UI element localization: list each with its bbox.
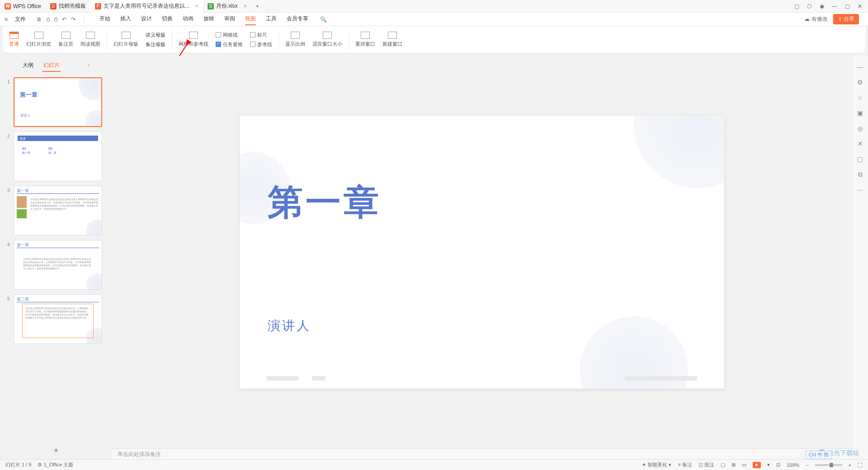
new-window[interactable]: 新建窗口 [382,32,402,47]
ai-beautify[interactable]: ✦ 智能美化 ▾ [642,461,671,468]
tab-view[interactable]: 视图 [245,13,256,25]
add-slide-button[interactable]: + [0,442,112,459]
close-button[interactable]: ✕ [856,3,863,9]
slides-tab[interactable]: 幻灯片 [42,60,61,72]
zoom-value[interactable]: 109% [787,462,799,468]
tab-wps-office[interactable]: W WPS Office [0,0,46,13]
fit-icon[interactable]: ⊡ [776,462,780,468]
zoom-ratio[interactable]: 显示比例 [285,32,305,47]
slideshow-button[interactable]: ▶ [753,462,761,468]
tab-transition[interactable]: 切换 [162,13,173,25]
notes-master[interactable]: 备注母版 [146,41,165,48]
slide-title[interactable]: 第一章 [268,179,382,226]
comments-toggle[interactable]: ◫ 批注 [698,461,714,468]
window-controls: ▢ ⬡ ◉ — ▢ ✕ [793,3,868,9]
arrange-windows[interactable]: 重排窗口 [355,32,375,47]
close-icon[interactable]: × [195,3,198,9]
thumbnail-5[interactable]: 第二章 文字是人类用符号记录表达信息以记录表达的工具，人类发明文字以后产生历史，… [14,294,102,344]
tools-icon[interactable]: ✕ [858,140,863,147]
outline-tab[interactable]: 大纲 [22,60,34,72]
wps-icon: W [5,3,11,9]
share-button[interactable]: ⇪ 分享 [833,14,859,24]
view-normal[interactable]: 普通 [9,32,19,47]
view-notes[interactable]: 备注页 [58,32,73,47]
settings-icon[interactable]: ⚙ [857,79,863,86]
link-icon[interactable]: ⧉ [858,171,863,179]
save-icon[interactable]: 🗎 [37,16,42,23]
tab-start[interactable]: 开始 [99,13,110,25]
slide-subtitle[interactable]: 演讲人 [268,317,311,334]
docer-icon: D [50,3,57,9]
search-icon[interactable]: 🔍 [320,16,327,23]
zoom-out[interactable]: − [806,462,808,468]
handout-master[interactable]: 讲义母版 [146,32,165,38]
ribbon-tabs: 开始 插入 设计 切换 动画 放映 审阅 视图 工具 会员专享 [99,13,308,25]
tab-animation[interactable]: 动画 [183,13,193,25]
ime-indicator: CH 中 简 [806,451,832,459]
tab-label: WPS Office [13,3,41,9]
more-icon[interactable]: ⋯ [857,187,863,194]
avatar-icon[interactable]: ◉ [818,3,826,9]
view-sorter[interactable]: 幻灯片浏览 [26,32,51,47]
title-bar: W WPS Office D 找稻壳模板 P 文字是人类用符号记录表达信息以..… [0,0,868,13]
notes-input[interactable]: 单击此处添加备注 [112,448,852,459]
tab-presentation[interactable]: P 文字是人类用符号记录表达信息以... × [90,0,203,13]
view-reading-btn[interactable]: ▭ [742,462,746,468]
view-sorter-btn[interactable]: ⊞ [731,462,736,468]
checkbox-ruler[interactable]: 标尺 [250,32,272,38]
tab-slideshow[interactable]: 放映 [203,13,214,25]
status-bar: 幻灯片 1 / 9 ⚙ 1_Office 主题 ✦ 智能美化 ▾ ≡ 备注 ◫ … [0,459,868,470]
maximize-button[interactable]: ▢ [844,3,851,9]
minus-icon[interactable]: — [857,63,863,70]
hamburger-icon[interactable]: ≡ [5,16,8,23]
print-preview-icon[interactable]: ⎙ [54,16,57,23]
grid-icon[interactable]: ▢ [793,3,800,9]
tab-tools[interactable]: 工具 [266,13,277,25]
tab-review[interactable]: 审阅 [224,13,235,25]
panel-icon[interactable]: ▢ [857,155,863,163]
thumbnail-4[interactable]: 第一章 文字是人类用符号记录表达信息以记录文字是人类用符号记录表达信息以记录表达… [14,240,102,290]
thumbnail-3[interactable]: 第一章 文字是人类用符号记录表达信息以记录文字是人类用符号记录表达信息以记录表达… [14,186,102,235]
slide-canvas[interactable]: 第一章 演讲人 [240,116,724,389]
minimize-button[interactable]: — [831,3,838,9]
fit-window[interactable]: 适应窗口大小 [312,32,342,47]
view-reading[interactable]: 阅读视图 [80,32,100,47]
tab-templates[interactable]: D 找稻壳模板 [46,0,90,13]
fullscreen-icon[interactable]: ⛶ [858,462,863,468]
tab-label: 月份.xlsx [216,2,238,10]
right-toolbar: — ⚙ ☆ ▣ ◎ ✕ ▢ ⧉ ⋯ [852,56,868,459]
theme-name: ⚙ 1_Office 主题 [38,461,73,468]
slide-master[interactable]: 幻灯片母版 [113,32,138,47]
tab-insert[interactable]: 插入 [120,13,131,25]
collapse-icon[interactable]: ‹ [87,60,90,72]
zoom-in[interactable]: + [849,462,851,468]
slide-panel: 大纲 幻灯片 ‹ 1 第一章 演讲人 2 目录 01第一章 02第二章 3 [0,56,112,459]
ppt-icon: P [95,3,101,9]
notes-toggle[interactable]: ≡ 备注 [678,461,692,468]
slide-counter: 幻灯片 1 / 9 [5,461,31,468]
view-normal-btn[interactable]: ▢ [721,462,725,468]
menu-row: ≡ 文件 🗎 ⎙ ⎙ ↶ ↷ 开始 插入 设计 切换 动画 放映 审阅 视图 工… [0,13,868,26]
zoom-slider[interactable] [815,464,842,466]
close-icon[interactable]: × [244,3,247,9]
tab-label: 找稻壳模板 [59,2,86,10]
file-menu[interactable]: 文件 [15,15,26,23]
redo-icon[interactable]: ↷ [71,16,75,23]
star-icon[interactable]: ☆ [857,94,863,101]
sync-status[interactable]: ☁ 有修改 [804,15,827,23]
cube-icon[interactable]: ⬡ [806,3,813,9]
add-tab-button[interactable]: + [251,3,264,9]
thumbnail-2[interactable]: 目录 01第一章 02第二章 [14,132,102,181]
tab-vip[interactable]: 会员专享 [287,13,308,25]
tab-spreadsheet[interactable]: S 月份.xlsx × [203,0,251,13]
checkbox-gridlines[interactable]: 网格线 [216,32,243,38]
globe-icon[interactable]: ◎ [858,125,863,132]
undo-icon[interactable]: ↶ [62,16,66,23]
tab-design[interactable]: 设计 [141,13,152,25]
dropdown-icon[interactable]: ▾ [767,462,770,468]
thumbnail-1[interactable]: 第一章 演讲人 [14,77,102,127]
checkbox-guides[interactable]: 参考线 [250,41,272,48]
layers-icon[interactable]: ▣ [857,109,863,117]
print-icon[interactable]: ⎙ [47,16,50,23]
canvas-area: 第一章 演讲人 单击此处添加备注 [112,56,852,459]
